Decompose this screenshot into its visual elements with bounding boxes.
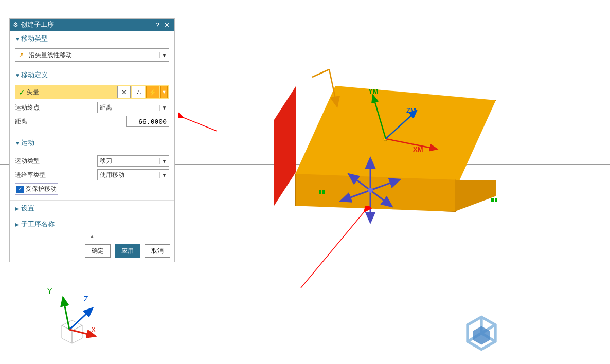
csys-arrows bbox=[337, 90, 450, 157]
caret-down-icon: ▼ bbox=[15, 36, 21, 42]
section-move-type-header[interactable]: ▼ 移动类型 bbox=[10, 31, 174, 46]
svg-line-10 bbox=[350, 175, 370, 190]
protected-move-checkbox[interactable]: ✓ 受保护移动 bbox=[15, 183, 58, 195]
distance-input[interactable] bbox=[126, 116, 169, 127]
motion-type-dropdown[interactable]: 移刀 ▼ bbox=[97, 155, 169, 167]
section-subop-name-header[interactable]: ▶ 子工序名称 bbox=[10, 216, 174, 232]
check-icon: ✓ bbox=[19, 87, 25, 97]
annotation-arrow-2 bbox=[298, 206, 375, 293]
section-settings-header[interactable]: ▶ 设置 bbox=[10, 201, 174, 216]
svg-line-17 bbox=[69, 330, 94, 336]
collapse-handle[interactable]: ▲ bbox=[10, 232, 174, 240]
panel-titlebar[interactable]: ⚙ 创建子工序 ? ✕ bbox=[10, 19, 174, 31]
caret-down-icon: ▼ bbox=[15, 140, 21, 146]
zm-label: ZM bbox=[406, 106, 416, 114]
green-marker-left bbox=[319, 190, 325, 194]
triad-z-label: Z bbox=[84, 295, 88, 303]
tool-vector-arrow bbox=[306, 67, 352, 113]
green-marker-right bbox=[491, 198, 497, 202]
checkbox-checked-icon: ✓ bbox=[16, 186, 24, 193]
help-button[interactable]: ? bbox=[153, 21, 162, 29]
caret-right-icon: ▶ bbox=[15, 222, 21, 227]
chevron-down-icon: ▼ bbox=[159, 105, 169, 111]
svg-line-1 bbox=[386, 139, 437, 149]
svg-line-15 bbox=[63, 299, 69, 330]
svg-line-13 bbox=[183, 117, 217, 131]
panel-title: 创建子工序 bbox=[21, 20, 153, 29]
linear-move-icon: ↗ bbox=[15, 51, 27, 59]
app-logo-icon bbox=[458, 310, 505, 356]
vector-mode-2-button[interactable]: ∴ bbox=[132, 86, 145, 98]
chevron-down-icon: ▼ bbox=[159, 172, 169, 178]
ym-label: YM bbox=[368, 87, 379, 95]
svg-line-9 bbox=[370, 180, 399, 190]
move-type-dropdown[interactable]: ↗ 沿矢量线性移动 ▼ bbox=[15, 48, 169, 62]
close-button[interactable]: ✕ bbox=[162, 21, 171, 29]
distance-label: 距离 bbox=[15, 117, 97, 126]
triad-y-label: Y bbox=[47, 287, 52, 295]
xm-label: XM bbox=[413, 145, 423, 153]
svg-line-3 bbox=[386, 111, 417, 139]
cancel-button[interactable]: 取消 bbox=[145, 244, 170, 258]
chevron-down-icon: ▼ bbox=[159, 158, 169, 164]
svg-line-4 bbox=[312, 69, 329, 77]
endpoint-dropdown[interactable]: 距离 ▼ bbox=[97, 102, 169, 113]
svg-line-5 bbox=[329, 69, 337, 105]
endpoint-label: 运动终点 bbox=[15, 103, 97, 112]
apply-button[interactable]: 应用 bbox=[115, 244, 140, 258]
feedrate-type-label: 进给率类型 bbox=[15, 171, 97, 179]
gear-icon: ⚙ bbox=[13, 21, 19, 28]
caret-right-icon: ▶ bbox=[15, 206, 21, 211]
caret-down-icon: ▼ bbox=[15, 72, 21, 78]
create-subop-panel: ⚙ 创建子工序 ? ✕ ▼ 移动类型 ↗ 沿矢量线性移动 ▼ ▼ 移动定义 ✓ … bbox=[9, 18, 175, 262]
motion-type-label: 运动类型 bbox=[15, 157, 97, 166]
annotation-arrow-1 bbox=[178, 108, 220, 134]
svg-line-2 bbox=[373, 95, 386, 139]
feedrate-type-dropdown[interactable]: 使用移动 ▼ bbox=[97, 169, 169, 180]
vector-auto-menu-button[interactable]: ▼ bbox=[160, 86, 168, 98]
section-motion-header[interactable]: ▼ 运动 bbox=[10, 135, 174, 151]
svg-line-14 bbox=[301, 212, 364, 288]
triad-x-label: X bbox=[91, 325, 96, 334]
svg-line-11 bbox=[370, 190, 391, 206]
vector-mode-1-button[interactable]: ✕ bbox=[117, 86, 131, 98]
section-move-def-header[interactable]: ▼ 移动定义 bbox=[10, 67, 174, 83]
chevron-down-icon: ▼ bbox=[159, 52, 169, 58]
vector-selector-row[interactable]: ✓ 矢量 ✕ ∴ ⚡ ▼ bbox=[15, 85, 169, 99]
svg-point-12 bbox=[368, 188, 373, 193]
svg-line-8 bbox=[342, 190, 370, 201]
ok-button[interactable]: 确定 bbox=[85, 244, 111, 258]
view-triad[interactable]: Y Z X bbox=[44, 289, 105, 351]
vector-auto-button[interactable]: ⚡ bbox=[146, 86, 159, 98]
